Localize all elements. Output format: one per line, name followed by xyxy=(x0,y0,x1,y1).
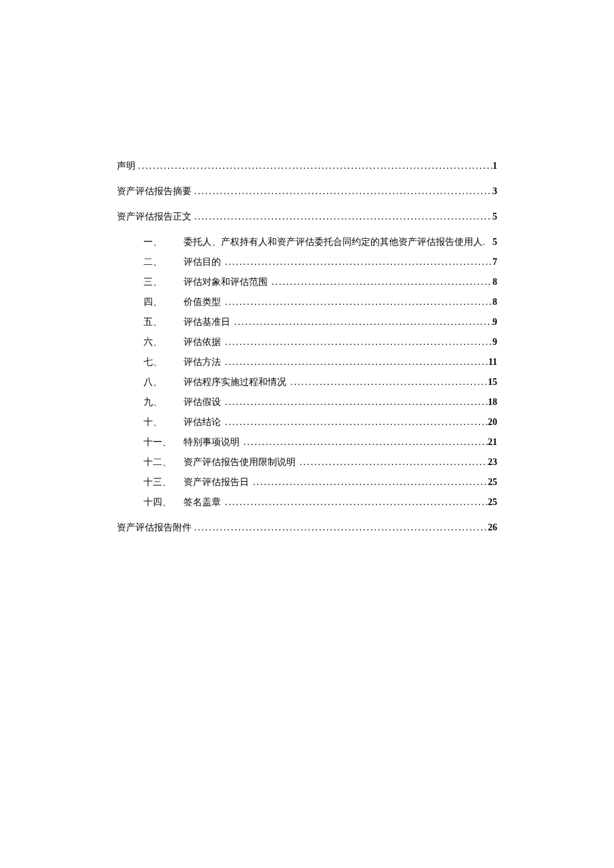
toc-page: 9 xyxy=(493,317,497,328)
toc-leader xyxy=(221,417,488,428)
toc-top-entry: 资产评估报告摘要 3 xyxy=(117,185,497,197)
toc-sub-number: 十二、 xyxy=(143,456,184,468)
toc-page: 5 xyxy=(493,211,497,222)
toc-top-entry: 资产评估报告附件 26 xyxy=(117,522,497,534)
toc-sub-number: 九、 xyxy=(143,396,184,408)
toc-title: 资产评估报告摘要 xyxy=(117,185,192,197)
toc-top-entry: 声明 1 xyxy=(117,160,497,172)
toc-leader xyxy=(286,377,488,388)
toc-leader xyxy=(192,211,493,222)
toc-page: 23 xyxy=(488,457,497,468)
toc-sub-entry: 六、 评估依据 9 xyxy=(117,336,497,348)
toc-sub-entry: 七、 评估方法 11 xyxy=(117,356,497,368)
toc-sub-number: 八、 xyxy=(143,376,184,388)
toc-sub-number: 四、 xyxy=(143,296,184,308)
toc-sub-entry: 三、 评估对象和评估范围 8 xyxy=(117,276,497,288)
toc-sub-entry: 九、 评估假设 18 xyxy=(117,396,497,408)
toc-sub-title: 特别事项说明 xyxy=(184,436,240,448)
table-of-contents: 声明 1 资产评估报告摘要 3 资产评估报告正文 5 一、 委托人、产权持有人和… xyxy=(117,160,497,534)
toc-page: 1 xyxy=(493,161,497,171)
toc-leader xyxy=(230,317,493,328)
toc-page: 15 xyxy=(488,377,497,388)
toc-sub-title: 价值类型 xyxy=(184,296,221,308)
toc-page: 8 xyxy=(493,297,497,308)
toc-top-entry: 资产评估报告正文 5 xyxy=(117,211,497,223)
toc-leader xyxy=(268,277,493,288)
toc-sub-title: 评估基准日 xyxy=(184,316,230,328)
toc-sub-title: 评估方法 xyxy=(184,356,221,368)
toc-page: 5 xyxy=(493,237,497,248)
toc-sub-entry: 十三、 资产评估报告日 25 xyxy=(117,476,497,488)
toc-title: 声明 xyxy=(117,160,135,172)
toc-sub-title: 资产评估报告日 xyxy=(184,476,249,488)
toc-sub-title: 签名盖章 xyxy=(184,496,221,508)
toc-leader xyxy=(221,297,493,308)
toc-sub-entry: 八、 评估程序实施过程和情况 15 xyxy=(117,376,497,388)
toc-sub-title: 评估结论 xyxy=(184,416,221,428)
toc-sub-number: 三、 xyxy=(143,276,184,288)
toc-leader xyxy=(221,257,493,268)
toc-sub-number: 六、 xyxy=(143,336,184,348)
toc-page: 8 xyxy=(493,277,497,288)
toc-sub-entry: 五、 评估基准日 9 xyxy=(117,316,497,328)
toc-leader xyxy=(221,397,488,408)
toc-sub-number: 一、 xyxy=(143,236,184,248)
toc-sub-title: 评估对象和评估范围 xyxy=(184,276,268,288)
toc-sub-number: 七、 xyxy=(143,356,184,368)
toc-leader xyxy=(296,457,488,468)
toc-page: 26 xyxy=(488,522,497,533)
toc-sub-entry: 十四、 签名盖章 25 xyxy=(117,496,497,508)
toc-sub-entry: 十一、 特别事项说明 21 xyxy=(117,436,497,448)
toc-sub-title: 委托人、产权持有人和资产评估委托合同约定的其他资产评估报告使用人. xyxy=(184,236,493,248)
toc-page: 25 xyxy=(488,477,497,488)
toc-leader xyxy=(192,522,488,533)
toc-page: 7 xyxy=(493,257,497,268)
toc-sub-entry: 十二、 资产评估报告使用限制说明 23 xyxy=(117,456,497,468)
toc-sub-title: 评估依据 xyxy=(184,336,221,348)
toc-page: 11 xyxy=(489,357,497,368)
toc-leader xyxy=(221,357,489,368)
toc-leader xyxy=(221,337,493,348)
toc-sub-title: 资产评估报告使用限制说明 xyxy=(184,456,296,468)
toc-page: 25 xyxy=(488,497,497,508)
toc-leader xyxy=(135,161,493,171)
toc-leader xyxy=(221,497,488,508)
toc-page: 9 xyxy=(493,337,497,348)
toc-leader xyxy=(240,437,488,448)
toc-sub-number: 十、 xyxy=(143,416,184,428)
toc-sub-number: 十四、 xyxy=(143,496,184,508)
toc-page: 3 xyxy=(493,186,497,197)
toc-sub-number: 十一、 xyxy=(143,436,184,448)
toc-sub-entry: 一、 委托人、产权持有人和资产评估委托合同约定的其他资产评估报告使用人. 5 xyxy=(117,236,497,248)
toc-title: 资产评估报告附件 xyxy=(117,522,192,534)
toc-sub-entry: 二、 评估目的 7 xyxy=(117,256,497,268)
toc-sub-number: 十三、 xyxy=(143,476,184,488)
toc-title: 资产评估报告正文 xyxy=(117,211,192,223)
toc-leader xyxy=(249,477,488,488)
toc-sub-title: 评估目的 xyxy=(184,256,221,268)
toc-sub-number: 二、 xyxy=(143,256,184,268)
toc-sub-entry: 四、 价值类型 8 xyxy=(117,296,497,308)
toc-page: 18 xyxy=(488,397,497,408)
toc-leader xyxy=(192,186,493,197)
toc-sub-entry: 十、 评估结论 20 xyxy=(117,416,497,428)
toc-page: 21 xyxy=(488,437,497,448)
toc-sub-number: 五、 xyxy=(143,316,184,328)
toc-sub-title: 评估假设 xyxy=(184,396,221,408)
toc-page: 20 xyxy=(488,417,497,428)
toc-sub-title: 评估程序实施过程和情况 xyxy=(184,376,286,388)
